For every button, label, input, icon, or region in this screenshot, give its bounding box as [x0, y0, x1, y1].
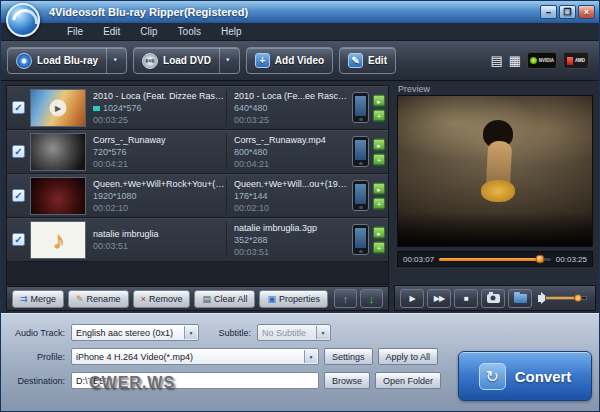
subtitle-label: Subtitle: — [199, 328, 257, 338]
video-preview[interactable] — [397, 95, 593, 247]
output-resolution: 352*288 — [234, 234, 348, 246]
close-button[interactable]: × — [578, 5, 595, 19]
clip-title: Queen.+We+Will+Rock+You+(1981) — [93, 178, 226, 190]
playing-indicator — [93, 106, 100, 111]
load-dvd-button[interactable]: DVD Load DVD ▼ — [133, 47, 240, 74]
row-edit-icon[interactable]: + — [373, 241, 385, 253]
titlebar[interactable]: 4Videosoft Blu-ray Ripper(Registered) – … — [1, 1, 599, 23]
merge-icon: ⇉ — [20, 294, 28, 304]
camera-icon — [487, 294, 500, 303]
settings-button[interactable]: Settings — [324, 348, 373, 365]
stop-button[interactable]: ■ — [454, 289, 478, 308]
window-controls: – ❐ × — [540, 5, 599, 19]
row-checkbox[interactable]: ✓ — [12, 101, 25, 114]
output-name: Queen.+We+Will...ou+(1981).3gp — [234, 178, 348, 190]
video-thumbnail[interactable] — [30, 177, 86, 215]
convert-label: Convert — [515, 368, 572, 385]
row-checkbox[interactable]: ✓ — [12, 145, 25, 158]
play-button[interactable]: ▶ — [400, 289, 424, 308]
apply-to-all-button[interactable]: Apply to All — [378, 348, 439, 365]
toolbar-right-group: ▤ ▦ NVIDIA AMD — [490, 52, 593, 69]
remove-button[interactable]: × Remove — [133, 290, 191, 308]
clip-duration: 00:03:25 — [93, 114, 226, 126]
seek-progress — [439, 258, 540, 261]
clip-title: natalie imbruglia — [93, 228, 226, 240]
subtitle-select[interactable]: No Subtitle ▼ — [257, 324, 331, 341]
clear-all-button[interactable]: ▤ Clear All — [194, 290, 255, 308]
volume-handle[interactable] — [574, 294, 582, 302]
output-duration: 00:04:21 — [234, 158, 348, 170]
dropdown-arrow-icon[interactable]: ▼ — [219, 48, 231, 73]
minimize-button[interactable]: – — [540, 5, 557, 19]
menu-item-tools[interactable]: Tools — [168, 23, 211, 41]
watermark: CWER.WS — [89, 374, 175, 392]
bluray-disc-icon — [16, 53, 32, 69]
row-profile-icon[interactable]: ▸ — [373, 182, 385, 194]
step-button[interactable]: ▶▶ — [427, 289, 451, 308]
audio-track-select[interactable]: English aac stereo (0x1) ▼ — [71, 324, 199, 341]
add-video-button[interactable]: + Add Video — [246, 47, 333, 74]
settings-panel: Audio Track: English aac stereo (0x1) ▼ … — [1, 313, 600, 412]
open-snapshot-folder-button[interactable] — [508, 289, 532, 308]
profile-value: iPhone 4 H.264 Video(*.mp4) — [76, 352, 193, 362]
load-bluray-button[interactable]: Load Blu-ray ▼ — [7, 47, 127, 74]
browse-button[interactable]: Browse — [324, 372, 370, 389]
clip-title: Corrs_-_Runaway — [93, 134, 226, 146]
move-up-button[interactable]: ↑ — [334, 289, 357, 308]
rename-label: Rename — [87, 294, 121, 304]
video-thumbnail[interactable]: ▶ — [30, 89, 86, 127]
clip-duration: 00:03:51 — [93, 240, 226, 252]
row-checkbox[interactable]: ✓ — [12, 189, 25, 202]
profile-select[interactable]: iPhone 4 H.264 Video(*.mp4) ▼ — [71, 348, 319, 365]
load-dvd-label: Load DVD — [163, 55, 211, 66]
row-edit-icon[interactable]: + — [373, 109, 385, 121]
move-down-button[interactable]: ↓ — [360, 289, 383, 308]
row-profile-icon[interactable]: ▸ — [373, 138, 385, 150]
audio-thumbnail[interactable]: ♪ — [30, 221, 86, 259]
view-list-icon[interactable]: ▤ — [490, 54, 502, 68]
audio-track-row: Audio Track: English aac stereo (0x1) ▼ … — [9, 324, 593, 341]
row-checkbox[interactable]: ✓ — [12, 233, 25, 246]
menu-item-edit[interactable]: Edit — [93, 23, 130, 41]
seek-handle[interactable] — [535, 255, 544, 264]
row-profile-icon[interactable]: ▸ — [373, 226, 385, 238]
dropdown-arrow-icon[interactable]: ▼ — [106, 48, 118, 73]
video-thumbnail[interactable] — [30, 133, 86, 171]
merge-button[interactable]: ⇉ Merge — [12, 290, 64, 308]
device-icon — [352, 180, 369, 211]
convert-button[interactable]: ↻ Convert — [458, 351, 592, 401]
properties-button[interactable]: ▣ Properties — [259, 290, 328, 308]
table-row[interactable]: ✓ ▶ 2010 - Loca (Feat. Dizzee Rascal) 10… — [7, 86, 388, 130]
row-action-icons: ▸ + — [373, 182, 385, 209]
music-note-icon: ♪ — [52, 226, 64, 254]
seek-track[interactable] — [439, 258, 551, 261]
snapshot-button[interactable] — [481, 289, 505, 308]
table-row[interactable]: ✓ Corrs_-_Runaway 720*576 00:04:21 Corrs… — [7, 130, 388, 174]
speaker-icon[interactable] — [538, 295, 542, 302]
edit-button[interactable]: ✎ Edit — [339, 47, 396, 74]
rename-button[interactable]: ✎ Rename — [68, 290, 129, 308]
row-edit-icon[interactable]: + — [373, 197, 385, 209]
audio-track-label: Audio Track: — [9, 328, 71, 338]
table-row[interactable]: ✓ ♪ natalie imbruglia 00:03:51 natalie i… — [7, 218, 388, 262]
clear-all-label: Clear All — [214, 294, 248, 304]
clip-duration: 00:02:10 — [93, 202, 226, 214]
menu-item-file[interactable]: File — [57, 23, 93, 41]
row-profile-icon[interactable]: ▸ — [373, 94, 385, 106]
view-thumbnail-icon[interactable]: ▦ — [509, 54, 521, 68]
maximize-button[interactable]: ❐ — [559, 5, 576, 19]
preview-panel: Preview 00:03:07 00:03:25 ▶ ▶▶ ■ — [394, 83, 596, 311]
properties-label: Properties — [279, 294, 320, 304]
rename-icon: ✎ — [76, 294, 84, 304]
menu-item-clip[interactable]: Clip — [130, 23, 167, 41]
app-window: 4Videosoft Blu-ray Ripper(Registered) – … — [0, 0, 600, 412]
device-icon — [352, 224, 369, 255]
open-folder-button[interactable]: Open Folder — [375, 372, 441, 389]
output-name: 2010 - Loca (Fe...ee Rascal).mp4 — [234, 90, 348, 102]
preview-label: Preview — [394, 83, 596, 95]
remove-label: Remove — [149, 294, 183, 304]
table-row[interactable]: ✓ Queen.+We+Will+Rock+You+(1981) 1920*10… — [7, 174, 388, 218]
menu-item-help[interactable]: Help — [211, 23, 252, 41]
volume-slider[interactable] — [545, 296, 587, 300]
row-edit-icon[interactable]: + — [373, 153, 385, 165]
